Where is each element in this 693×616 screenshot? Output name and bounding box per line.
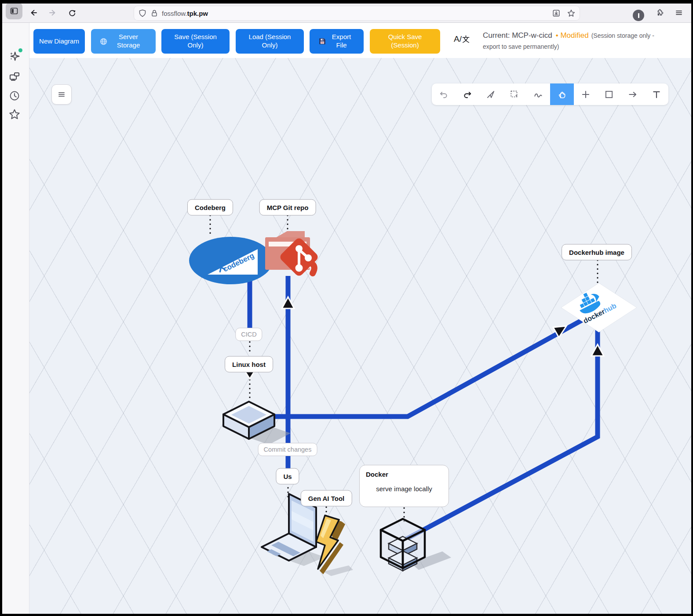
back-icon: [29, 9, 37, 17]
node-linux-host[interactable]: [218, 396, 299, 449]
label-commit-changes[interactable]: Commit changes: [258, 443, 317, 456]
label-codeberg[interactable]: Codeberg: [187, 199, 233, 216]
node-gen-ai-bolt[interactable]: [308, 513, 357, 579]
bookmark-star-icon[interactable]: [567, 9, 575, 17]
tool-freehand-draw-button[interactable]: [526, 83, 550, 105]
tool-text-button[interactable]: [645, 83, 668, 105]
connector-docker-to-dockerhub: [404, 322, 598, 540]
reload-icon: [68, 9, 76, 17]
language-toggle-latin: A/: [454, 34, 462, 44]
label-linux-host[interactable]: Linux host: [225, 356, 273, 373]
extension-badge-bar: [638, 13, 639, 18]
node-docker-cube[interactable]: [371, 512, 455, 578]
node-codeberg[interactable]: codeberg: [189, 237, 273, 284]
window-frame-left: [0, 0, 2, 616]
label-cicd[interactable]: CICD: [235, 328, 262, 341]
back-button[interactable]: [26, 6, 40, 20]
tool-redo-button[interactable]: [456, 83, 479, 105]
forward-button[interactable]: [46, 6, 60, 20]
diagram-status: Current: MCP-w-cicd• Modified(Session st…: [483, 30, 673, 51]
label-docker[interactable]: Docker serve image locally: [359, 465, 449, 507]
forward-icon: [49, 9, 57, 17]
url-prefix: fossflow.: [162, 10, 187, 17]
app-menu-button[interactable]: [672, 6, 686, 20]
language-toggle[interactable]: A/: [454, 34, 470, 44]
floppy-disk-icon: [319, 38, 326, 45]
load-session-button[interactable]: Load (Session Only): [236, 29, 304, 54]
git-folder-icon: [262, 228, 319, 279]
current-diagram-name: Current: MCP-w-cicd: [483, 31, 552, 40]
window-frame-right: [691, 0, 693, 616]
puzzle-icon: [656, 9, 664, 17]
tool-undo-button[interactable]: [432, 83, 456, 105]
lock-icon[interactable]: [150, 9, 158, 17]
extensions-button[interactable]: [653, 6, 667, 20]
tool-marquee-select-button[interactable]: [503, 83, 526, 105]
history-clock-icon[interactable]: [7, 89, 22, 103]
window-frame-bottom: [0, 614, 693, 616]
connector-host-to-dockerhub: [272, 320, 582, 417]
window-frame-top: [0, 0, 693, 4]
new-diagram-button[interactable]: New Diagram: [33, 29, 85, 54]
menu-icon: [57, 90, 66, 99]
arrowhead-up-mid: [282, 297, 294, 308]
label-gen-ai-tool[interactable]: Gen AI Tool: [301, 490, 352, 507]
save-session-label: Save (Session Only): [171, 33, 220, 50]
url-bar[interactable]: fossflow.tpk.pw: [134, 6, 580, 20]
url-text[interactable]: fossflow.tpk.pw: [162, 10, 208, 17]
canvas-menu-button[interactable]: [51, 84, 72, 105]
load-session-label: Load (Session Only): [246, 33, 294, 50]
modified-badge: • Modified: [556, 31, 589, 40]
canvas-tool-palette: [432, 83, 668, 105]
synced-tabs-icon[interactable]: [7, 69, 22, 83]
label-mcp-git-repo[interactable]: MCP Git repo: [259, 199, 316, 216]
tool-add-item-button[interactable]: [574, 83, 598, 105]
extension-badge-icon[interactable]: [633, 10, 644, 21]
node-dockerhub[interactable]: dockerhub: [555, 277, 643, 338]
new-diagram-label: New Diagram: [39, 37, 79, 46]
save-session-button[interactable]: Save (Session Only): [161, 29, 230, 54]
notification-dot: [18, 48, 22, 52]
browser-toolbar: fossflow.tpk.pw: [0, 4, 693, 23]
tool-connector-button[interactable]: [621, 83, 645, 105]
label-dockerhub-image[interactable]: Dockerhub image: [562, 244, 632, 261]
quick-save-label: Quick Save (Session): [381, 33, 429, 50]
sidebar-toggle-button[interactable]: [6, 3, 22, 19]
browser-sidebar: [0, 23, 29, 616]
server-storage-label: Server Storage: [110, 33, 147, 50]
browser-window: fossflow.tpk.pw: [0, 0, 693, 616]
shield-icon[interactable]: [139, 9, 146, 17]
export-file-button[interactable]: Export File: [310, 29, 364, 54]
hamburger-icon: [675, 9, 683, 17]
label-us[interactable]: Us: [276, 468, 299, 485]
diagram-canvas[interactable]: codeberg: [29, 58, 693, 616]
quick-save-button[interactable]: Quick Save (Session): [370, 29, 440, 54]
cube-icon: [371, 512, 455, 578]
globe-icon: [100, 38, 107, 45]
docker-title: Docker: [366, 471, 442, 478]
tool-rectangle-button[interactable]: [598, 83, 621, 105]
node-mcp-git-repo[interactable]: [262, 228, 319, 279]
url-domain: tpk.pw: [187, 10, 208, 17]
export-file-label: Export File: [328, 33, 355, 50]
download-icon[interactable]: [552, 9, 560, 17]
sidebar-toggle-icon: [10, 7, 18, 15]
lightning-bolt-icon: [308, 513, 357, 579]
app-toolbar: New Diagram Server Storage Save (Session…: [29, 23, 693, 58]
cjk-wen-glyph: [462, 35, 470, 43]
server-storage-button[interactable]: Server Storage: [91, 29, 156, 54]
codeberg-logo: codeberg: [189, 237, 273, 284]
docker-description: serve image locally: [366, 485, 442, 493]
tool-pan-hand-button[interactable]: [550, 83, 574, 105]
dockerhub-card: dockerhub: [555, 277, 643, 338]
arrowhead-up-right: [591, 344, 604, 356]
bookmarks-star-icon[interactable]: [7, 107, 22, 121]
tool-select-button[interactable]: [479, 83, 503, 105]
flat-box-icon: [218, 396, 299, 449]
reload-button[interactable]: [65, 6, 79, 20]
